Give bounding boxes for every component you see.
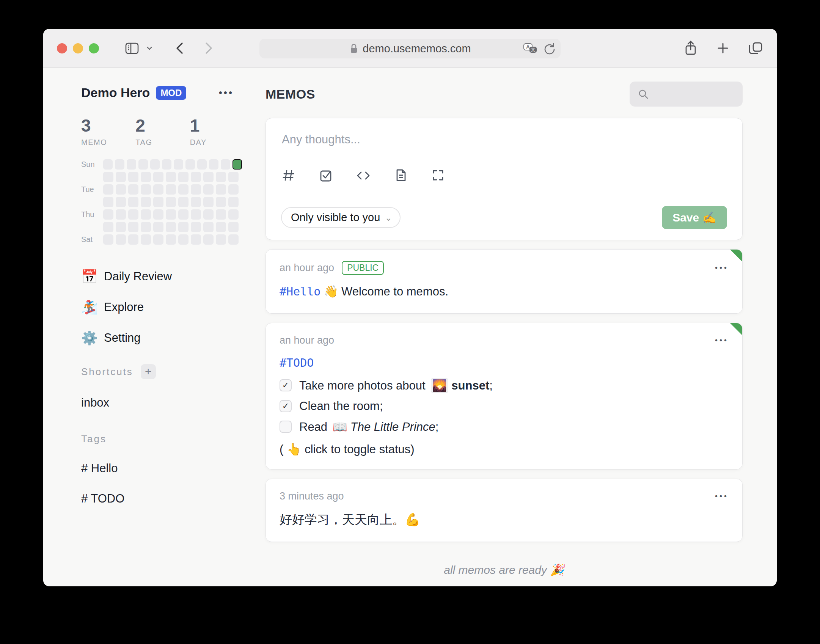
heatmap-cell[interactable] xyxy=(191,184,201,195)
save-button[interactable]: Save ✍️ xyxy=(662,206,727,229)
heatmap-cell[interactable] xyxy=(153,222,163,232)
heatmap-cell[interactable] xyxy=(178,222,189,232)
back-button[interactable] xyxy=(173,41,186,56)
hashtag-icon[interactable] xyxy=(281,168,296,183)
search-box[interactable] xyxy=(630,82,743,107)
heatmap-cell[interactable] xyxy=(128,234,138,245)
heatmap-cell[interactable] xyxy=(103,159,113,170)
address-bar[interactable]: demo.usememos.com A 文 xyxy=(259,39,561,58)
heatmap-cell[interactable] xyxy=(178,184,189,195)
heatmap-cell[interactable] xyxy=(103,172,113,182)
sidebar-item-setting[interactable]: ⚙️ Setting xyxy=(81,328,244,347)
heatmap-cell[interactable] xyxy=(216,234,226,245)
heatmap-cell[interactable] xyxy=(216,172,226,182)
heatmap-cell[interactable] xyxy=(116,209,126,220)
heatmap-cell[interactable] xyxy=(174,159,183,170)
shortcut-item-inbox[interactable]: inbox xyxy=(81,396,244,410)
heatmap-cell-today[interactable] xyxy=(232,159,242,170)
zoom-window-button[interactable] xyxy=(89,43,99,53)
heatmap-cell[interactable] xyxy=(209,159,218,170)
memo-editor-input[interactable] xyxy=(281,132,727,164)
heatmap-cell[interactable] xyxy=(141,172,151,182)
heatmap-cell[interactable] xyxy=(191,172,201,182)
heatmap-cell[interactable] xyxy=(228,184,239,195)
document-icon[interactable] xyxy=(393,168,408,183)
heatmap-cell[interactable] xyxy=(138,159,148,170)
sidebar-item-daily-review[interactable]: 📅 Daily Review xyxy=(81,267,244,286)
heatmap-cell[interactable] xyxy=(128,172,138,182)
heatmap-cell[interactable] xyxy=(228,222,239,232)
heatmap-cell[interactable] xyxy=(166,209,176,220)
heatmap-cell[interactable] xyxy=(116,172,126,182)
fullscreen-icon[interactable] xyxy=(430,168,446,183)
add-shortcut-button[interactable]: + xyxy=(141,364,156,379)
share-icon[interactable] xyxy=(683,40,698,57)
heatmap-cell[interactable] xyxy=(141,234,151,245)
tab-overview-icon[interactable] xyxy=(748,41,763,56)
heatmap-cell[interactable] xyxy=(203,222,214,232)
heatmap-cell[interactable] xyxy=(166,184,176,195)
minimize-window-button[interactable] xyxy=(73,43,83,53)
heatmap-cell[interactable] xyxy=(203,184,214,195)
checklist-icon[interactable] xyxy=(318,168,333,183)
heatmap-cell[interactable] xyxy=(166,197,176,207)
heatmap-cell[interactable] xyxy=(150,159,160,170)
heatmap-cell[interactable] xyxy=(153,172,163,182)
heatmap-cell[interactable] xyxy=(141,184,151,195)
heatmap-cell[interactable] xyxy=(178,172,189,182)
new-tab-icon[interactable] xyxy=(716,41,730,55)
heatmap-cell[interactable] xyxy=(141,222,151,232)
user-menu-icon[interactable]: ••• xyxy=(219,87,234,99)
heatmap-cell[interactable] xyxy=(203,234,214,245)
heatmap-cell[interactable] xyxy=(228,172,239,182)
heatmap-cell[interactable] xyxy=(128,197,138,207)
tag-link-hello[interactable]: #Hello xyxy=(280,285,320,298)
heatmap-cell[interactable] xyxy=(203,197,214,207)
chevron-down-icon[interactable] xyxy=(145,44,154,52)
checkbox-unchecked[interactable] xyxy=(280,421,292,433)
checkbox-checked[interactable]: ✓ xyxy=(280,379,292,391)
visibility-dropdown[interactable]: Only visible to you ⌄ xyxy=(281,207,401,228)
heatmap-cell[interactable] xyxy=(128,222,138,232)
heatmap-cell[interactable] xyxy=(166,234,176,245)
heatmap-cell[interactable] xyxy=(128,184,138,195)
heatmap-cell[interactable] xyxy=(153,234,163,245)
heatmap-cell[interactable] xyxy=(153,184,163,195)
heatmap-cell[interactable] xyxy=(141,209,151,220)
heatmap-cell[interactable] xyxy=(191,222,201,232)
heatmap-cell[interactable] xyxy=(166,222,176,232)
heatmap-cell[interactable] xyxy=(116,197,126,207)
heatmap-cell[interactable] xyxy=(178,234,189,245)
heatmap-cell[interactable] xyxy=(166,172,176,182)
tag-item-hello[interactable]: # Hello xyxy=(81,462,244,475)
heatmap-cell[interactable] xyxy=(153,197,163,207)
heatmap-cell[interactable] xyxy=(228,197,239,207)
close-window-button[interactable] xyxy=(57,43,67,53)
heatmap-cell[interactable] xyxy=(103,209,113,220)
memo-menu-icon[interactable]: ••• xyxy=(715,492,729,501)
translate-icon[interactable]: A 文 xyxy=(523,42,538,55)
reload-icon[interactable] xyxy=(543,42,555,55)
heatmap-cell[interactable] xyxy=(103,184,113,195)
heatmap-cell[interactable] xyxy=(191,209,201,220)
heatmap-cell[interactable] xyxy=(203,209,214,220)
heatmap-cell[interactable] xyxy=(103,234,113,245)
heatmap-cell[interactable] xyxy=(116,234,126,245)
sidebar-toggle-icon[interactable] xyxy=(124,40,140,56)
heatmap-cell[interactable] xyxy=(216,197,226,207)
heatmap-cell[interactable] xyxy=(203,172,214,182)
heatmap-cell[interactable] xyxy=(228,209,239,220)
user-banner[interactable]: Demo Hero MOD ••• xyxy=(81,85,244,100)
heatmap-cell[interactable] xyxy=(127,159,136,170)
heatmap-cell[interactable] xyxy=(185,159,195,170)
tag-link-todo[interactable]: #TODO xyxy=(280,356,314,369)
heatmap-cell[interactable] xyxy=(216,209,226,220)
heatmap-cell[interactable] xyxy=(116,184,126,195)
tag-item-todo[interactable]: # TODO xyxy=(81,492,244,506)
heatmap-cell[interactable] xyxy=(141,197,151,207)
checkbox-checked[interactable]: ✓ xyxy=(280,400,292,412)
heatmap-cell[interactable] xyxy=(162,159,171,170)
heatmap-cell[interactable] xyxy=(216,184,226,195)
memo-menu-icon[interactable]: ••• xyxy=(715,336,729,345)
heatmap-cell[interactable] xyxy=(115,159,124,170)
